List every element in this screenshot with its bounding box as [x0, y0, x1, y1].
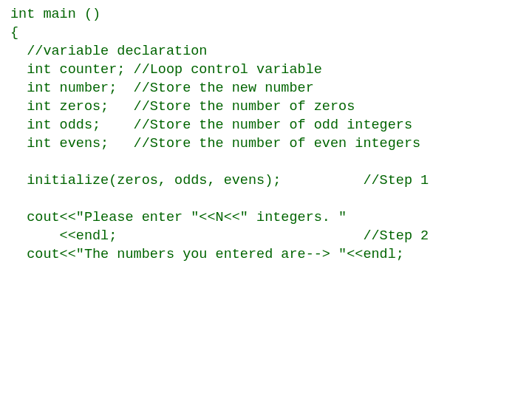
code-line: cout<<"The numbers you entered are--> "<…	[10, 247, 404, 262]
code-line: <<endl; //Step 2	[10, 228, 429, 244]
code-line: int main ()	[10, 7, 100, 22]
code-line: {	[10, 25, 18, 41]
code-line: int counter; //Loop control variable	[10, 62, 322, 78]
code-line: cout<<"Please enter "<<N<<" integers. "	[10, 210, 347, 225]
code-line: int odds; //Store the number of odd inte…	[10, 117, 412, 133]
code-line: int zeros; //Store the number of zeros	[10, 99, 355, 115]
code-line: int number; //Store the new number	[10, 81, 314, 96]
code-line: //variable declaration	[10, 44, 207, 59]
code-line: int evens; //Store the number of even in…	[10, 136, 420, 151]
code-block: int main () { //variable declaration int…	[0, 0, 532, 265]
code-line: initialize(zeros, odds, evens); //Step 1	[10, 173, 429, 188]
